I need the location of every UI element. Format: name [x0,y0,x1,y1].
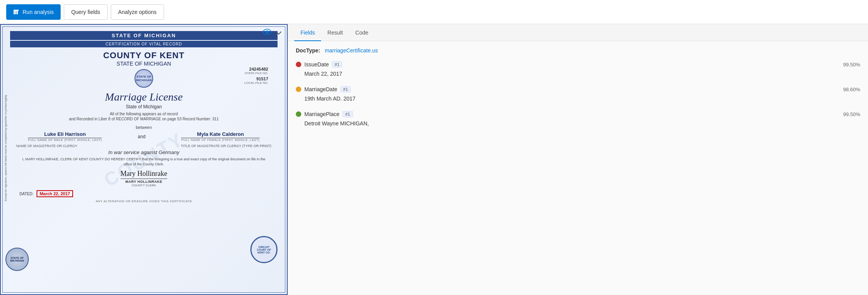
cert-bride-label: FULL NAME OF FEMALE (FIRST, MIDDLE, LAST… [181,138,260,142]
cert-groom-name: Luke Eli Harrison [28,131,102,138]
field-item: IssueDate #1 99.50% March 22, 2017 [296,61,860,77]
cert-file-numbers: 24245482 STATE FILE NO. 91517 LOCAL FILE… [245,67,269,85]
cert-groom-label: FULL NAME OF MALE (FIRST, MIDDLE, LAST) [28,138,102,142]
cert-sig-main: Mary Hollinrake MARY HOLLINRAKE COUNTY C… [121,170,167,187]
cert-file-no-label: STATE FILE NO. [245,71,269,75]
field-header-2: MarriagePlace #1 99.50% [296,111,860,117]
field-confidence-1: 98.60% [843,87,860,92]
field-item: MarriagePlace #1 99.50% Detroit Wayne MI… [296,111,860,127]
cert-dated-row: DATED: March 22, 2017 [10,190,278,197]
cert-record-line: and Recorded in Liber 8 of RECORD OF MAR… [69,117,218,121]
field-left-1: MarriageDate #1 [296,86,351,92]
cert-war-service: In war service against Germany [108,149,180,155]
field-item: MarriageDate #1 98.60% 19th March AD. 20… [296,86,860,102]
tabs-bar: Fields Result Code [288,24,868,41]
svg-rect-3 [14,10,19,11]
cert-signatures: Mary Hollinrake MARY HOLLINRAKE COUNTY C… [10,170,278,187]
toolbar: Run analysis Query fields Analyze option… [0,0,868,24]
cert-sig-name: MARY HOLLINRAKE [121,180,167,184]
fields-list: IssueDate #1 99.50% March 22, 2017 Marri… [296,61,860,127]
eye-icon-button[interactable] [261,27,273,38]
cert-footer-text: ANY ALTERATION OR ERASURE VOIDS THIS CER… [96,200,192,203]
cert-state: STATE OF MICHIGAN [117,61,171,67]
svg-point-5 [266,31,269,33]
field-value-0: March 22, 2017 [296,71,860,77]
field-value-2: Detroit Wayne MICHIGAN, [296,120,860,127]
chevron-down-icon [276,31,281,35]
document-panel: Except for signature, spaces left blank … [0,24,288,295]
field-name-2: MarriagePlace [304,111,339,117]
cert-parties: Luke Eli Harrison FULL NAME OF MALE (FIR… [10,131,278,142]
cert-left-text: Except for signature, spaces left blank … [4,95,7,201]
analyze-options-label: Analyze options [118,9,157,15]
field-badge-0: #1 [332,61,342,68]
doctype-label: DocType: [296,47,320,54]
cert-subtitle: State of Michigan [126,104,162,109]
cert-magistrate-row: NAME OF MAGISTRATE OR CLERGY TITLE OF MA… [10,144,278,148]
cert-dated-value: March 22, 2017 [37,190,73,197]
tab-result[interactable]: Result [321,24,349,41]
field-badge-2: #1 [342,111,353,117]
cert-certification-text: I, MARY HOLLINRAKE, CLERK OF KENT COUNTY… [10,157,278,167]
cert-left-seal: STATE OFMICHIGAN [5,248,29,271]
analyze-options-button[interactable]: Analyze options [111,4,164,20]
field-name-1: MarriageDate [304,86,337,92]
cert-file-no-value: 24245482 [245,67,269,71]
cert-between: between [136,125,152,130]
query-fields-button[interactable]: Query fields [64,4,108,20]
cert-dated-label: DATED: [19,192,33,196]
field-confidence-2: 99.50% [843,111,860,117]
field-badge-1: #1 [341,86,351,92]
field-header-1: MarriageDate #1 98.60% [296,86,860,92]
cert-body-text: All of the following appears as of recor… [110,112,178,116]
right-panel: Fields Result Code DocType: marriageCert… [288,24,868,295]
doctype-row: DocType: marriageCertificate.us [296,47,860,54]
cert-seal-row: STATE OF MICHIGAN [10,69,278,88]
cert-stamp: CIRCUITCOURT OFKENT CO. [250,236,278,263]
cert-sig-title: COUNTY CLERK [121,184,167,187]
fields-content: DocType: marriageCertificate.us IssueDat… [288,41,868,295]
main-content: Except for signature, spaces left blank … [0,24,868,295]
query-fields-label: Query fields [71,9,100,15]
field-confidence-0: 99.50% [843,62,860,68]
field-left-0: IssueDate #1 [296,61,342,68]
cert-bride: Myla Kate Calderon FULL NAME OF FEMALE (… [181,131,260,142]
eye-icon [263,29,271,35]
document-controls [261,27,283,38]
doctype-value: marriageCertificate.us [325,47,378,54]
chevron-down-icon-button[interactable] [274,27,283,38]
field-dot-2 [296,111,301,117]
field-left-2: MarriagePlace #1 [296,111,353,117]
cert-seal: STATE OF MICHIGAN [134,69,153,88]
cert-magistrate-label: NAME OF MAGISTRATE OR CLERGY [16,144,77,148]
cert-local-file-label: LOCAL FILE NO. [245,81,269,85]
tab-fields[interactable]: Fields [294,24,321,41]
cert-county: COUNTY OF KENT [103,50,184,61]
cert-header-banner: STATE OF MICHIGAN [10,31,278,40]
field-header-0: IssueDate #1 99.50% [296,61,860,68]
cert-local-file-value: 91517 [245,76,269,81]
tab-code[interactable]: Code [349,24,374,41]
document-image-container: Except for signature, spaces left blank … [0,24,288,295]
field-name-0: IssueDate [304,61,329,68]
cert-title: Marriage License [105,91,183,103]
cert-bride-name: Myla Kate Calderon [181,131,260,138]
cert-sub-banner: CERTIFICATION OF VITAL RECORD [10,41,278,47]
run-icon [13,9,19,15]
cert-title-label: TITLE OF MAGISTRATE OR CLERGY (TYPE OR P… [181,144,271,148]
run-analysis-button[interactable]: Run analysis [6,4,61,20]
certificate-document: Except for signature, spaces left blank … [0,24,288,295]
field-dot-0 [296,62,301,67]
cert-and: and [138,134,145,139]
cert-sig-cursive: Mary Hollinrake [121,170,167,179]
run-analysis-label: Run analysis [23,9,54,15]
cert-groom: Luke Eli Harrison FULL NAME OF MALE (FIR… [28,131,102,142]
field-value-1: 19th March AD. 2017 [296,95,860,102]
field-dot-1 [296,87,301,92]
